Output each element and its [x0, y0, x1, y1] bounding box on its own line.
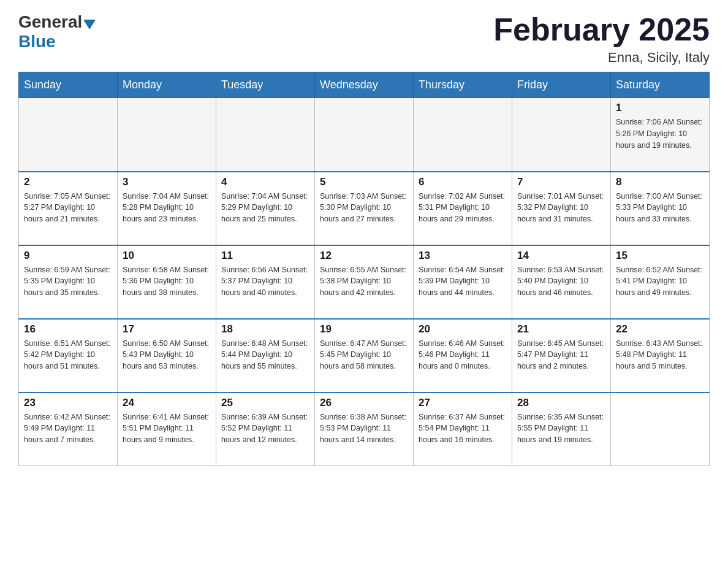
day-info: Sunrise: 6:59 AM Sunset: 5:35 PM Dayligh…: [24, 264, 112, 299]
day-number: 7: [517, 176, 605, 188]
table-row: 18Sunrise: 6:48 AM Sunset: 5:44 PM Dayli…: [216, 319, 315, 393]
table-row: 16Sunrise: 6:51 AM Sunset: 5:42 PM Dayli…: [19, 319, 118, 393]
table-row: 5Sunrise: 7:03 AM Sunset: 5:30 PM Daylig…: [315, 172, 414, 245]
day-number: 20: [419, 323, 507, 335]
day-number: 24: [123, 397, 211, 409]
day-number: 9: [24, 250, 112, 262]
logo-general-text: General: [18, 12, 82, 32]
day-info: Sunrise: 6:58 AM Sunset: 5:36 PM Dayligh…: [123, 264, 211, 299]
day-number: 11: [221, 250, 309, 262]
day-info: Sunrise: 6:46 AM Sunset: 5:46 PM Dayligh…: [419, 338, 507, 372]
day-info: Sunrise: 7:00 AM Sunset: 5:33 PM Dayligh…: [616, 191, 704, 225]
title-block: February 2025 Enna, Sicily, Italy: [493, 12, 710, 66]
day-number: 5: [320, 176, 408, 188]
table-row: 3Sunrise: 7:04 AM Sunset: 5:28 PM Daylig…: [118, 172, 216, 245]
day-number: 23: [24, 397, 112, 409]
day-info: Sunrise: 7:06 AM Sunset: 5:26 PM Dayligh…: [616, 117, 704, 151]
table-row: [611, 393, 710, 466]
day-number: 13: [419, 250, 507, 262]
table-row: [414, 98, 512, 172]
table-row: 11Sunrise: 6:56 AM Sunset: 5:37 PM Dayli…: [216, 245, 315, 319]
day-number: 17: [123, 323, 211, 335]
day-info: Sunrise: 7:02 AM Sunset: 5:31 PM Dayligh…: [419, 191, 507, 225]
location-text: Enna, Sicily, Italy: [493, 50, 710, 66]
col-thursday: Thursday: [414, 72, 512, 98]
table-row: 14Sunrise: 6:53 AM Sunset: 5:40 PM Dayli…: [512, 245, 611, 319]
calendar-header-row: Sunday Monday Tuesday Wednesday Thursday…: [19, 72, 710, 98]
day-number: 4: [221, 176, 309, 188]
day-number: 8: [616, 176, 704, 188]
table-row: 28Sunrise: 6:35 AM Sunset: 5:55 PM Dayli…: [512, 393, 611, 466]
day-number: 27: [419, 397, 507, 409]
calendar-week-row: 23Sunrise: 6:42 AM Sunset: 5:49 PM Dayli…: [19, 393, 710, 466]
day-info: Sunrise: 6:45 AM Sunset: 5:47 PM Dayligh…: [517, 338, 605, 372]
day-number: 16: [24, 323, 112, 335]
day-number: 6: [419, 176, 507, 188]
day-number: 25: [221, 397, 309, 409]
table-row: 7Sunrise: 7:01 AM Sunset: 5:32 PM Daylig…: [512, 172, 611, 245]
table-row: 9Sunrise: 6:59 AM Sunset: 5:35 PM Daylig…: [19, 245, 118, 319]
col-sunday: Sunday: [19, 72, 118, 98]
day-number: 14: [517, 250, 605, 262]
col-monday: Monday: [118, 72, 216, 98]
calendar-week-row: 2Sunrise: 7:05 AM Sunset: 5:27 PM Daylig…: [19, 172, 710, 245]
table-row: 12Sunrise: 6:55 AM Sunset: 5:38 PM Dayli…: [315, 245, 414, 319]
day-info: Sunrise: 7:01 AM Sunset: 5:32 PM Dayligh…: [517, 191, 605, 225]
col-tuesday: Tuesday: [216, 72, 315, 98]
day-number: 21: [517, 323, 605, 335]
col-friday: Friday: [512, 72, 611, 98]
day-info: Sunrise: 7:05 AM Sunset: 5:27 PM Dayligh…: [24, 191, 112, 225]
day-number: 28: [517, 397, 605, 409]
day-number: 12: [320, 250, 408, 262]
day-info: Sunrise: 6:39 AM Sunset: 5:52 PM Dayligh…: [221, 412, 309, 446]
day-info: Sunrise: 6:41 AM Sunset: 5:51 PM Dayligh…: [123, 412, 211, 446]
day-info: Sunrise: 7:04 AM Sunset: 5:28 PM Dayligh…: [123, 191, 211, 225]
table-row: 10Sunrise: 6:58 AM Sunset: 5:36 PM Dayli…: [118, 245, 216, 319]
calendar-week-row: 16Sunrise: 6:51 AM Sunset: 5:42 PM Dayli…: [19, 319, 710, 393]
day-number: 18: [221, 323, 309, 335]
logo: General Blue: [18, 12, 97, 52]
table-row: 25Sunrise: 6:39 AM Sunset: 5:52 PM Dayli…: [216, 393, 315, 466]
table-row: 19Sunrise: 6:47 AM Sunset: 5:45 PM Dayli…: [315, 319, 414, 393]
col-saturday: Saturday: [611, 72, 710, 98]
day-number: 3: [123, 176, 211, 188]
day-info: Sunrise: 6:43 AM Sunset: 5:48 PM Dayligh…: [616, 338, 704, 372]
table-row: 15Sunrise: 6:52 AM Sunset: 5:41 PM Dayli…: [611, 245, 710, 319]
day-info: Sunrise: 6:42 AM Sunset: 5:49 PM Dayligh…: [24, 412, 112, 446]
table-row: 17Sunrise: 6:50 AM Sunset: 5:43 PM Dayli…: [118, 319, 216, 393]
table-row: 1Sunrise: 7:06 AM Sunset: 5:26 PM Daylig…: [611, 98, 710, 172]
table-row: 21Sunrise: 6:45 AM Sunset: 5:47 PM Dayli…: [512, 319, 611, 393]
table-row: [315, 98, 414, 172]
logo-blue-text: Blue: [18, 32, 56, 52]
table-row: [118, 98, 216, 172]
day-number: 15: [616, 250, 704, 262]
day-info: Sunrise: 6:48 AM Sunset: 5:44 PM Dayligh…: [221, 338, 309, 372]
day-info: Sunrise: 6:51 AM Sunset: 5:42 PM Dayligh…: [24, 338, 112, 372]
day-info: Sunrise: 6:56 AM Sunset: 5:37 PM Dayligh…: [221, 264, 309, 299]
table-row: 23Sunrise: 6:42 AM Sunset: 5:49 PM Dayli…: [19, 393, 118, 466]
table-row: 8Sunrise: 7:00 AM Sunset: 5:33 PM Daylig…: [611, 172, 710, 245]
day-number: 19: [320, 323, 408, 335]
day-info: Sunrise: 6:47 AM Sunset: 5:45 PM Dayligh…: [320, 338, 408, 372]
day-info: Sunrise: 6:55 AM Sunset: 5:38 PM Dayligh…: [320, 264, 408, 299]
table-row: 13Sunrise: 6:54 AM Sunset: 5:39 PM Dayli…: [414, 245, 512, 319]
day-number: 22: [616, 323, 704, 335]
table-row: [19, 98, 118, 172]
day-number: 10: [123, 250, 211, 262]
day-number: 26: [320, 397, 408, 409]
day-info: Sunrise: 6:52 AM Sunset: 5:41 PM Dayligh…: [616, 264, 704, 299]
day-info: Sunrise: 6:53 AM Sunset: 5:40 PM Dayligh…: [517, 264, 605, 299]
col-wednesday: Wednesday: [315, 72, 414, 98]
page-header: General Blue February 2025 Enna, Sicily,…: [18, 12, 710, 66]
table-row: 20Sunrise: 6:46 AM Sunset: 5:46 PM Dayli…: [414, 319, 512, 393]
table-row: 6Sunrise: 7:02 AM Sunset: 5:31 PM Daylig…: [414, 172, 512, 245]
table-row: [216, 98, 315, 172]
day-info: Sunrise: 6:35 AM Sunset: 5:55 PM Dayligh…: [517, 412, 605, 446]
table-row: 27Sunrise: 6:37 AM Sunset: 5:54 PM Dayli…: [414, 393, 512, 466]
day-info: Sunrise: 6:37 AM Sunset: 5:54 PM Dayligh…: [419, 412, 507, 446]
table-row: 26Sunrise: 6:38 AM Sunset: 5:53 PM Dayli…: [315, 393, 414, 466]
day-info: Sunrise: 7:03 AM Sunset: 5:30 PM Dayligh…: [320, 191, 408, 225]
day-info: Sunrise: 7:04 AM Sunset: 5:29 PM Dayligh…: [221, 191, 309, 225]
month-title: February 2025: [493, 12, 710, 47]
table-row: [512, 98, 611, 172]
